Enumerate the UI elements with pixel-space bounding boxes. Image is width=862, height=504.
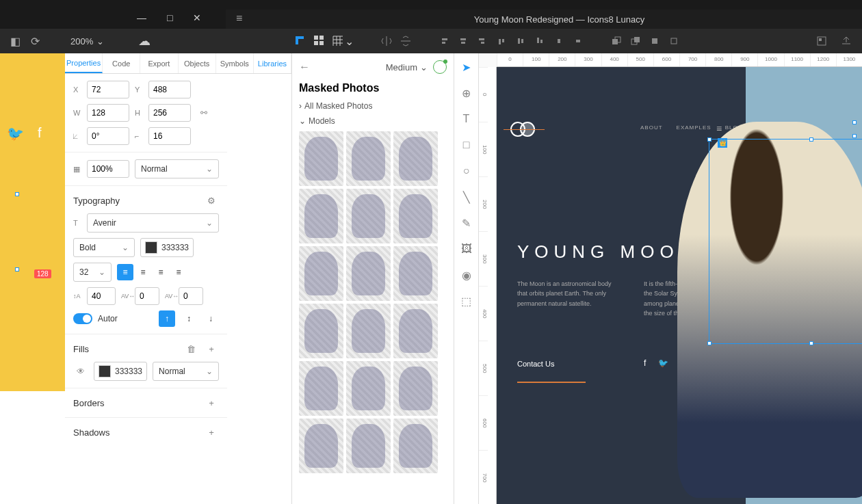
text-tool-icon[interactable]: T (460, 112, 473, 126)
vertical-align-middle-button[interactable]: ↕ (181, 310, 197, 327)
bring-forward-icon[interactable] (611, 36, 622, 47)
corner-input[interactable] (148, 127, 191, 145)
grid-dropdown[interactable]: ⌄ (332, 35, 354, 48)
library-thumbnail[interactable] (393, 131, 438, 186)
line-tool-icon[interactable]: ╲ (460, 190, 473, 204)
selection-handle[interactable] (15, 267, 19, 271)
line-height-input[interactable] (87, 287, 116, 305)
send-back-icon[interactable] (668, 36, 679, 47)
x-input[interactable] (87, 81, 129, 98)
text-align-justify-button[interactable]: ≡ (170, 264, 187, 280)
text-align-right-button[interactable]: ≡ (153, 264, 169, 280)
library-thumbnail[interactable] (393, 419, 438, 473)
rulers-icon[interactable] (294, 35, 305, 46)
align-center-v-icon[interactable] (515, 36, 526, 47)
tab-symbols[interactable]: Symbols (216, 53, 254, 73)
distribute-v-icon[interactable] (573, 36, 584, 47)
library-thumbnail[interactable] (393, 246, 438, 301)
tab-properties[interactable]: Properties (65, 53, 103, 73)
align-center-h-icon[interactable] (458, 36, 469, 47)
sidebar-toggle-icon[interactable]: ◧ (10, 35, 21, 48)
delete-fill-icon[interactable]: 🗑 (183, 341, 198, 356)
library-thumbnail[interactable] (393, 304, 438, 358)
tab-objects[interactable]: Objects (179, 53, 216, 73)
library-size-dropdown[interactable]: Medium⌄ (386, 62, 428, 72)
library-thumbnail[interactable] (299, 131, 343, 186)
typography-settings-icon[interactable]: ⚙ (204, 193, 219, 208)
select-tool-icon[interactable]: ➤ (460, 60, 473, 74)
library-thumbnail[interactable] (299, 304, 343, 358)
align-right-icon[interactable] (477, 36, 488, 47)
library-thumbnail[interactable] (346, 131, 391, 186)
library-thumbnail[interactable] (346, 361, 391, 416)
auto-toggle[interactable] (73, 313, 92, 324)
selection-handle[interactable] (707, 137, 711, 142)
text-align-center-button[interactable]: ≡ (135, 264, 151, 280)
rotation-input[interactable] (87, 127, 129, 145)
library-category-all[interactable]: ›All Masked Photos (299, 101, 447, 111)
vertical-align-top-button[interactable]: ↑ (159, 310, 175, 327)
hamburger-menu-icon[interactable]: ≡ (236, 12, 257, 26)
ellipse-tool-icon[interactable]: ○ (460, 164, 473, 178)
library-thumbnail[interactable] (346, 304, 391, 358)
grid-layout-icon[interactable] (313, 35, 324, 46)
align-left-icon[interactable] (439, 36, 449, 47)
fill-visibility-icon[interactable]: 👁 (73, 364, 88, 379)
distribute-h-icon[interactable] (553, 36, 564, 47)
font-family-dropdown[interactable]: Avenir (87, 213, 219, 233)
canvas[interactable]: 0100200300400500600700800900100011001200… (479, 53, 862, 504)
zoom-tool-icon[interactable]: ⊕ (460, 86, 473, 100)
fill-color-picker[interactable]: 333333 (94, 362, 147, 381)
h-input[interactable] (148, 104, 191, 122)
align-bottom-icon[interactable] (534, 36, 545, 47)
w-input[interactable] (87, 104, 129, 122)
selection-handle[interactable] (707, 341, 711, 345)
library-back-icon[interactable]: ← (299, 61, 310, 73)
selection-box[interactable]: 👑 (709, 139, 862, 344)
minimize-button[interactable]: — (137, 12, 146, 23)
artboard-tool-icon[interactable]: ⬚ (460, 294, 473, 308)
paragraph-spacing-input[interactable] (179, 287, 203, 305)
zoom-dropdown[interactable]: 200% ⌄ (70, 36, 104, 47)
close-button[interactable]: ✕ (193, 12, 201, 23)
fill-blend-dropdown[interactable]: Normal (153, 362, 219, 381)
image-tool-icon[interactable]: 🖼 (460, 242, 473, 256)
tab-libraries[interactable]: Libraries (254, 53, 291, 73)
selection-handle[interactable] (852, 120, 857, 124)
library-thumbnail[interactable] (299, 189, 343, 243)
selection-handle[interactable] (809, 137, 813, 142)
selection-handle[interactable] (809, 341, 813, 345)
user-avatar-icon[interactable] (433, 60, 447, 74)
font-size-dropdown[interactable]: 32 (73, 263, 112, 282)
library-thumbnail[interactable] (346, 246, 391, 301)
flip-vertical-icon[interactable] (400, 36, 411, 47)
send-backward-icon[interactable] (630, 36, 641, 47)
preview-icon[interactable] (816, 36, 827, 47)
library-thumbnail[interactable] (393, 189, 438, 243)
y-input[interactable] (148, 81, 191, 98)
letter-spacing-input[interactable] (135, 287, 159, 305)
cloud-upload-icon[interactable]: ☁ (138, 34, 151, 49)
artboard[interactable]: ABOUT EXAMPLES BLOG ≡ YOUNG MOON The Moo… (497, 67, 862, 504)
add-fill-icon[interactable]: + (204, 341, 219, 356)
opacity-input[interactable] (87, 160, 129, 178)
align-top-icon[interactable] (496, 36, 507, 47)
flip-horizontal-icon[interactable] (381, 36, 392, 47)
bring-front-icon[interactable] (649, 36, 660, 47)
add-border-icon[interactable]: + (204, 395, 219, 410)
blend-mode-dropdown[interactable]: Normal (135, 159, 219, 178)
text-align-left-button[interactable]: ≡ (117, 264, 133, 280)
font-weight-dropdown[interactable]: Bold (73, 238, 135, 257)
sync-icon[interactable]: ⟳ (31, 35, 40, 48)
library-thumbnail[interactable] (346, 189, 391, 243)
library-thumbnail[interactable] (299, 246, 343, 301)
link-dimensions-icon[interactable]: ⚯ (196, 105, 211, 120)
library-thumbnail[interactable] (299, 361, 343, 416)
avatar-tool-icon[interactable]: ◉ (460, 268, 473, 282)
library-thumbnail[interactable] (393, 361, 438, 416)
tab-code[interactable]: Code (103, 53, 140, 73)
library-thumbnail[interactable] (299, 419, 343, 473)
selection-handle[interactable] (15, 192, 19, 196)
rectangle-tool-icon[interactable]: □ (460, 138, 473, 152)
pen-tool-icon[interactable]: ✎ (460, 216, 473, 230)
